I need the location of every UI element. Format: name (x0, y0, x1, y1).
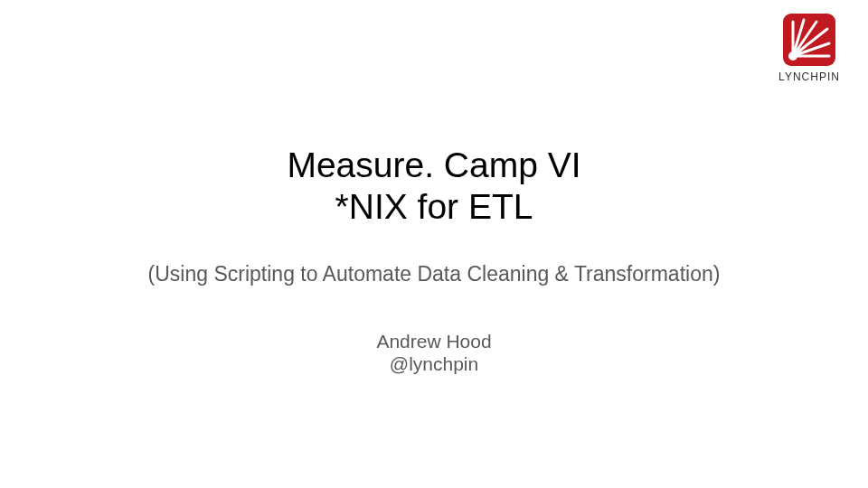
brand-name: LYNCHPIN (774, 70, 844, 83)
svg-point-7 (788, 52, 797, 61)
title-line-2: *NIX for ETL (0, 186, 868, 228)
slide-subtitle: (Using Scripting to Automate Data Cleani… (0, 262, 868, 286)
author-block: Andrew Hood @lynchpin (0, 331, 868, 376)
brand-logo: LYNCHPIN (774, 13, 844, 83)
slide-title: Measure. Camp VI *NIX for ETL (0, 145, 868, 228)
author-handle: @lynchpin (0, 353, 868, 376)
lynchpin-icon (774, 13, 844, 67)
author-name: Andrew Hood (0, 331, 868, 353)
title-line-1: Measure. Camp VI (0, 145, 868, 186)
